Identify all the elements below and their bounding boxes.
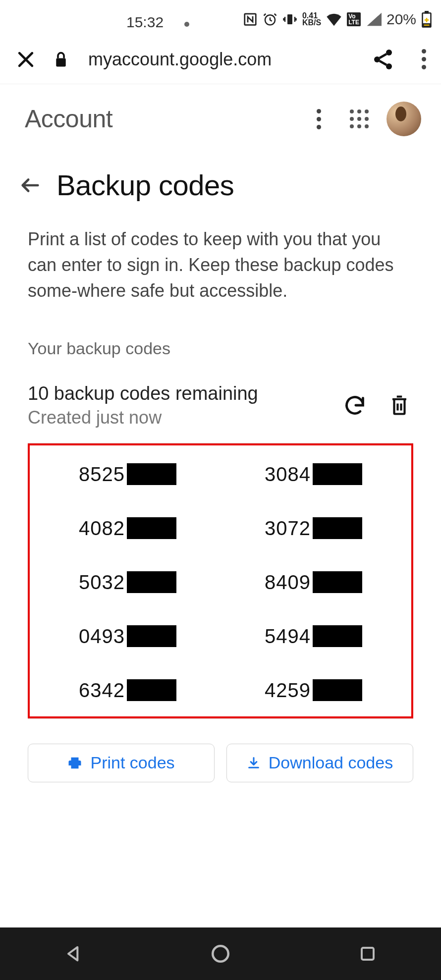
svg-rect-11: [362, 948, 374, 960]
wifi-icon: [326, 12, 342, 26]
download-codes-button[interactable]: Download codes: [226, 744, 413, 782]
print-label: Print codes: [90, 753, 174, 772]
volte-icon: VoLTE: [347, 12, 361, 26]
redaction: [313, 517, 362, 539]
alarm-icon: [263, 12, 277, 27]
svg-point-9: [386, 63, 392, 69]
battery-percent: 20%: [386, 11, 416, 28]
redaction: [313, 463, 362, 485]
backup-code: 5032: [35, 571, 220, 594]
backup-code: 6342: [35, 679, 220, 702]
codes-remaining: 10 backup codes remaining: [28, 383, 258, 404]
redaction: [127, 517, 176, 539]
cell-signal-icon: [366, 12, 382, 26]
section-label: Your backup codes: [0, 309, 441, 363]
nfc-icon: [243, 12, 258, 27]
svg-rect-6: [56, 58, 65, 66]
page-title: Backup codes: [56, 168, 234, 202]
print-icon: [67, 756, 82, 770]
backup-code: 4082: [35, 517, 220, 540]
redaction: [313, 625, 362, 647]
print-codes-button[interactable]: Print codes: [28, 744, 215, 782]
redaction: [127, 463, 176, 485]
apps-grid-icon[interactable]: [347, 107, 372, 131]
battery-icon: [421, 11, 432, 28]
svg-rect-4: [425, 11, 428, 13]
close-icon[interactable]: [15, 49, 37, 70]
svg-point-10: [213, 946, 228, 962]
backup-code: 5494: [220, 625, 406, 648]
refresh-button[interactable]: [341, 391, 369, 419]
backup-code: 4259: [220, 679, 406, 702]
status-time: 15:32: [126, 14, 164, 31]
redaction: [127, 571, 176, 593]
backup-code: 3072: [220, 517, 406, 540]
nav-recent-icon[interactable]: [355, 941, 380, 966]
backup-code: 8525: [35, 463, 220, 486]
backup-code: 3084: [220, 463, 406, 486]
vibrate-icon: [282, 12, 297, 27]
browser-menu-icon[interactable]: [422, 49, 426, 69]
delete-button[interactable]: [386, 391, 413, 419]
action-row: Print codes Download codes: [0, 719, 441, 807]
codes-created: Created just now: [28, 407, 258, 428]
download-icon: [247, 756, 261, 770]
page-title-row: Backup codes: [0, 149, 441, 207]
redaction: [127, 679, 176, 701]
page-description: Print a list of codes to keep with you t…: [0, 207, 441, 309]
redaction: [127, 625, 176, 647]
share-icon[interactable]: [371, 48, 395, 71]
avatar[interactable]: [386, 102, 421, 136]
backup-code: 0493: [35, 625, 220, 648]
codes-header: 10 backup codes remaining Created just n…: [0, 363, 441, 443]
header-more-icon[interactable]: [306, 107, 331, 131]
status-dot: [184, 22, 189, 27]
nav-home-icon[interactable]: [208, 941, 233, 966]
android-nav-bar: [0, 927, 441, 980]
codes-highlight-box: 8525 3084 4082 3072 5032 8409 0493 5494 …: [28, 443, 413, 718]
svg-point-7: [386, 50, 392, 55]
svg-rect-5: [423, 24, 430, 26]
address-url[interactable]: myaccount.google.com: [88, 49, 354, 70]
lock-icon: [54, 51, 68, 68]
status-bar: 15:32 0.41 KB/S VoLTE 20%: [0, 0, 441, 35]
download-label: Download codes: [269, 753, 393, 772]
redaction: [313, 679, 362, 701]
redaction: [313, 571, 362, 593]
net-speed: 0.41 KB/S: [302, 12, 321, 27]
browser-bar: myaccount.google.com: [0, 35, 441, 84]
back-arrow-icon[interactable]: [19, 174, 42, 197]
nav-back-icon[interactable]: [61, 941, 86, 966]
svg-point-8: [374, 56, 380, 62]
codes-grid: 8525 3084 4082 3072 5032 8409 0493 5494 …: [35, 463, 406, 702]
backup-code: 8409: [220, 571, 406, 594]
account-header: Account: [0, 84, 441, 149]
svg-rect-2: [287, 14, 292, 24]
account-title: Account: [25, 105, 112, 133]
